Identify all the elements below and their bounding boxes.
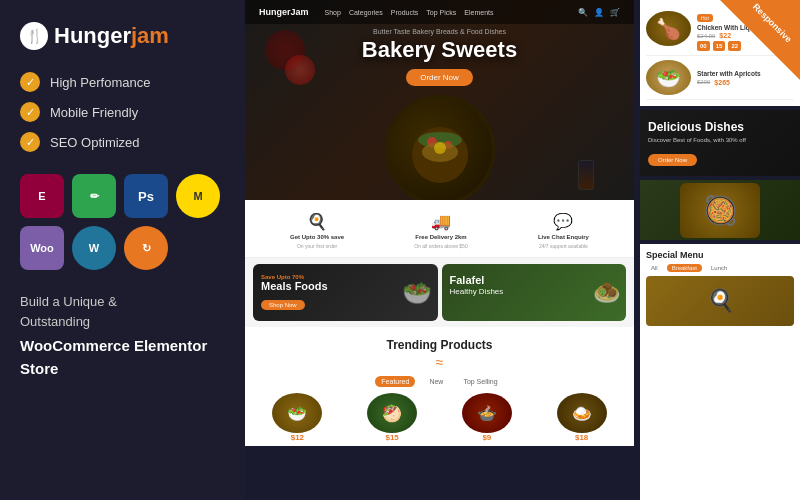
- discount-icon: 🍳: [307, 212, 327, 231]
- svg-point-5: [434, 142, 446, 154]
- hero-nav-links: Shop Categories Products Top Picks Eleme…: [325, 9, 494, 16]
- elementor-badge: E: [20, 174, 64, 218]
- product-image: 🥗: [272, 393, 322, 433]
- delicious-banner: Delicious Dishes Discover Best of Foods,…: [640, 110, 800, 176]
- trending-title: Trending Products: [386, 338, 492, 352]
- chat-icon: 💬: [553, 212, 573, 231]
- icons-row: 🍳 Get Upto 30% save On your first order …: [245, 200, 634, 258]
- showcase-image-2: 🥗: [646, 60, 691, 95]
- showcase-old-price-1: $24.99: [697, 33, 715, 39]
- promo-meals: Save Upto 70% Meals Foods Shop Now 🥗: [253, 264, 438, 321]
- special-menu-tabs: All Breakfast Lunch: [646, 264, 794, 272]
- tab-new[interactable]: New: [423, 376, 449, 387]
- main-preview: HungerJam Shop Categories Products Top P…: [245, 0, 800, 500]
- special-menu: Special Menu All Breakfast Lunch 🍳: [640, 244, 800, 500]
- special-tab-breakfast[interactable]: Breakfast: [667, 264, 702, 272]
- check-icon: ✓: [20, 132, 40, 152]
- user-icon[interactable]: 👤: [594, 8, 604, 17]
- showcase-hot-badge: Hot: [697, 14, 713, 22]
- nav-link-elements[interactable]: Elements: [464, 9, 493, 16]
- trending-tabs: Featured New Top Selling: [253, 376, 626, 387]
- product-image: 🥙: [367, 393, 417, 433]
- hero-order-button[interactable]: Order Now: [406, 69, 473, 86]
- count-hours: 00: [697, 41, 710, 51]
- icon-feature-chat: 💬 Live Chat Enquiry 24/7 support availab…: [538, 212, 589, 249]
- edit-badge: ✏: [72, 174, 116, 218]
- nav-link-shop[interactable]: Shop: [325, 9, 341, 16]
- logo: 🍴 Hungerjam: [20, 22, 225, 50]
- wp-badge: W: [72, 226, 116, 270]
- delivery-icon: 🚚: [431, 212, 451, 231]
- delicious-order-button[interactable]: Order Now: [648, 154, 697, 166]
- plugin-icons: E ✏ Ps M Woo W ↻: [20, 174, 225, 270]
- cart-icon[interactable]: 🛒: [610, 8, 620, 17]
- drink-decor: [578, 160, 594, 190]
- hero-nav: HungerJam Shop Categories Products Top P…: [245, 0, 634, 24]
- nav-link-products[interactable]: Products: [391, 9, 419, 16]
- features-list: ✓ High Perfomance ✓ Mobile Friendly ✓ SE…: [20, 72, 225, 152]
- hero-title: Bakery Sweets: [245, 37, 634, 63]
- showcase-image-1: 🍗: [646, 11, 691, 46]
- build-text: Build a Unique & Outstanding WooCommerce…: [20, 292, 225, 380]
- check-icon: ✓: [20, 72, 40, 92]
- promo-meals-button[interactable]: Shop Now: [261, 300, 305, 310]
- trending-products: 🥗 $12 🥙 $15 🍲 $9 🍛 $: [253, 393, 626, 442]
- logo-text: Hungerjam: [54, 23, 169, 49]
- product-card: 🥗 $12: [253, 393, 342, 442]
- special-menu-title: Special Menu: [646, 250, 794, 260]
- product-image: 🍛: [557, 393, 607, 433]
- sync-badge: ↻: [124, 226, 168, 270]
- hero-subtitle: Butter Taste Bakery Breads & Food Dishes: [245, 28, 634, 35]
- special-menu-image: 🍳: [646, 276, 794, 326]
- product-card: 🍛 $18: [537, 393, 626, 442]
- hero-section: HungerJam Shop Categories Products Top P…: [245, 0, 634, 200]
- center-column: HungerJam Shop Categories Products Top P…: [245, 0, 634, 500]
- tab-top-selling[interactable]: Top Selling: [457, 376, 503, 387]
- delicious-title: Delicious Dishes: [648, 120, 792, 134]
- tab-featured[interactable]: Featured: [375, 376, 415, 387]
- showcase-old-price-2: $299: [697, 79, 710, 85]
- ps-badge: Ps: [124, 174, 168, 218]
- search-icon[interactable]: 🔍: [578, 8, 588, 17]
- hero-logo: HungerJam: [259, 7, 309, 17]
- product-image: 🍲: [462, 393, 512, 433]
- food-promo-image: 🥘: [640, 180, 800, 240]
- delicious-desc: Discover Best of Foods, with 30% off: [648, 137, 792, 143]
- promo-banners: Save Upto 70% Meals Foods Shop Now 🥗 Fal…: [245, 258, 634, 327]
- feature-item: ✓ Mobile Friendly: [20, 102, 225, 122]
- mc-badge: M: [176, 174, 220, 218]
- hero-content: Butter Taste Bakery Breads & Food Dishes…: [245, 28, 634, 86]
- product-card: 🍲 $9: [443, 393, 532, 442]
- left-panel: 🍴 Hungerjam ✓ High Perfomance ✓ Mobile F…: [0, 0, 245, 500]
- hero-food-image: [385, 95, 495, 200]
- trending-section: Trending Products ≈ Featured New Top Sel…: [245, 327, 634, 446]
- meals-food-icon: 🥗: [402, 279, 432, 307]
- icon-feature-discount: 🍳 Get Upto 30% save On your first order: [290, 212, 344, 249]
- right-content: HungerJam Shop Categories Products Top P…: [245, 0, 800, 500]
- nav-link-toppicks[interactable]: Top Picks: [426, 9, 456, 16]
- promo-falafel: Falafel Healthy Dishes 🧆: [442, 264, 627, 321]
- feature-item: ✓ High Perfomance: [20, 72, 225, 92]
- feature-item: ✓ SEO Optimized: [20, 132, 225, 152]
- icon-feature-delivery: 🚚 Free Delivery 2km On all orders above …: [414, 212, 467, 249]
- special-tab-lunch[interactable]: Lunch: [706, 264, 732, 272]
- nav-link-categories[interactable]: Categories: [349, 9, 383, 16]
- special-tab-all[interactable]: All: [646, 264, 663, 272]
- woo-badge: Woo: [20, 226, 64, 270]
- product-card: 🥙 $15: [348, 393, 437, 442]
- logo-icon: 🍴: [20, 22, 48, 50]
- falafel-food-icon: 🧆: [593, 280, 620, 306]
- responsive-badge-container: Responsive: [720, 0, 800, 80]
- check-icon: ✓: [20, 102, 40, 122]
- trending-header: Trending Products ≈: [253, 335, 626, 370]
